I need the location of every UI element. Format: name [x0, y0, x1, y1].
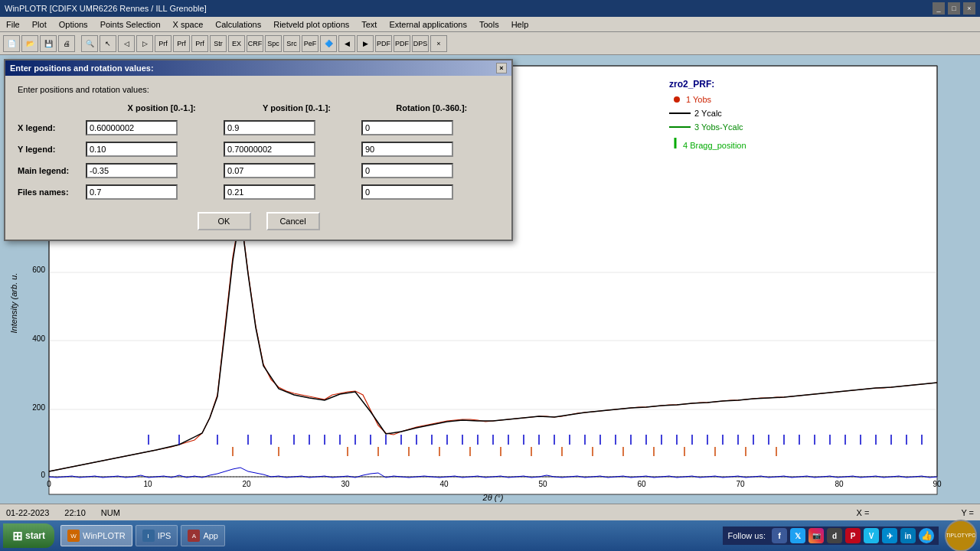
- inputs-y-legend: [86, 142, 499, 157]
- input-main-legend-x[interactable]: [86, 163, 178, 178]
- svg-text:3  Yobs-Ycalc: 3 Yobs-Ycalc: [694, 122, 743, 132]
- pinterest-icon[interactable]: P: [845, 528, 861, 543]
- toolbar-b6[interactable]: CRF: [247, 35, 263, 52]
- input-files-names-x[interactable]: [86, 184, 178, 200]
- field-y-legend-y: [224, 142, 361, 157]
- input-x-legend-rot[interactable]: [361, 120, 453, 135]
- toolbar-b13[interactable]: PDF: [375, 35, 392, 52]
- menu-plot[interactable]: Plot: [26, 17, 53, 31]
- toolbar-cursor[interactable]: ↖: [100, 35, 116, 52]
- menu-x-space[interactable]: X space: [167, 17, 210, 31]
- toolbar-b1[interactable]: Prf: [155, 35, 172, 52]
- toolbar-b14[interactable]: PDF: [394, 35, 410, 52]
- menu-options[interactable]: Options: [53, 17, 94, 31]
- menu-calculations[interactable]: Calculations: [209, 17, 267, 31]
- svg-text:1  Yobs: 1 Yobs: [686, 95, 712, 104]
- input-files-names-y[interactable]: [224, 184, 315, 200]
- col-header-rot: Rotation [0.-360.]:: [364, 103, 499, 112]
- input-x-legend-x[interactable]: [86, 120, 178, 135]
- instagram-icon[interactable]: 📷: [808, 528, 824, 543]
- svg-text:90: 90: [933, 480, 942, 488]
- input-x-legend-y[interactable]: [224, 120, 315, 135]
- input-y-legend-rot[interactable]: [361, 142, 453, 157]
- field-files-names-rot: [361, 184, 499, 200]
- menu-text[interactable]: Text: [355, 17, 383, 31]
- input-main-legend-rot[interactable]: [361, 163, 453, 178]
- menu-external[interactable]: External applications: [383, 17, 473, 31]
- logo-text: TIPLOTYPO: [946, 533, 975, 539]
- toolbar-right[interactable]: ▷: [136, 35, 153, 52]
- taskbar: ⊞ start W WinPLOTR I IPS A App Follow us…: [0, 520, 980, 551]
- toolbar-zoom[interactable]: 🔍: [81, 35, 98, 52]
- close-button[interactable]: ×: [963, 2, 975, 15]
- toolbar-b11[interactable]: ◀: [338, 35, 355, 52]
- toolbar-b7[interactable]: Spc: [265, 35, 282, 52]
- input-y-legend-x[interactable]: [86, 142, 178, 157]
- field-x-legend-x: [86, 120, 224, 135]
- title-bar-title: WinPLOTR [CDIFX UMR6226 Rennes / ILL Gre…: [5, 4, 207, 13]
- toolbar-b8[interactable]: Src: [283, 35, 300, 52]
- follow-us-label: Follow us:: [727, 531, 766, 540]
- status-num: NUM: [101, 508, 120, 517]
- dialog-close-button[interactable]: ×: [496, 63, 507, 73]
- toolbar-b10[interactable]: 🔷: [320, 35, 337, 52]
- toolbar-left[interactable]: ◁: [118, 35, 135, 52]
- menu-tools[interactable]: Tools: [473, 17, 505, 31]
- toolbar-b4[interactable]: Str: [210, 35, 227, 52]
- svg-text:0: 0: [47, 480, 51, 488]
- logo: TIPLOTYPO: [945, 520, 977, 551]
- menu-file[interactable]: File: [0, 17, 26, 31]
- cancel-button[interactable]: Cancel: [266, 212, 320, 230]
- input-y-legend-y[interactable]: [224, 142, 315, 157]
- menu-help[interactable]: Help: [505, 17, 535, 31]
- status-bar: 01-22-2023 22:10 NUM X = Y =: [0, 504, 980, 520]
- inputs-x-legend: [86, 120, 499, 135]
- field-main-legend-x: [86, 163, 224, 178]
- menu-points-selection[interactable]: Points Selection: [94, 17, 167, 31]
- taskbar-app3[interactable]: A App: [181, 525, 225, 546]
- telegram-icon[interactable]: ✈: [882, 528, 897, 543]
- col-header-x: X position [0.-1.]:: [94, 103, 229, 112]
- svg-text:2θ (°): 2θ (°): [482, 493, 504, 502]
- toolbar-close2[interactable]: ×: [430, 35, 447, 52]
- toolbar-new[interactable]: 📄: [3, 35, 20, 52]
- dribbble-icon[interactable]: d: [827, 528, 842, 543]
- inputs-files-names: [86, 184, 499, 200]
- start-label: start: [25, 530, 45, 541]
- ok-button[interactable]: OK: [198, 212, 251, 230]
- toolbar-b2[interactable]: Prf: [173, 35, 190, 52]
- toolbar-print[interactable]: 🖨: [58, 35, 75, 52]
- menu-rietveld[interactable]: Rietveld plot options: [267, 17, 355, 31]
- dialog-column-headers: X position [0.-1.]: Y position [0.-1.]: …: [18, 103, 499, 112]
- taskbar-ips[interactable]: I IPS: [136, 525, 178, 546]
- toolbar-b12[interactable]: ▶: [357, 35, 374, 52]
- follow-us-section: Follow us: f 𝕏 📷 d P V ✈ in 👍: [723, 527, 939, 545]
- toolbar-b5[interactable]: EX: [228, 35, 245, 52]
- toolbar-open[interactable]: 📂: [21, 35, 38, 52]
- ips-label: IPS: [158, 531, 172, 540]
- svg-text:60: 60: [637, 480, 646, 488]
- minimize-button[interactable]: _: [933, 2, 945, 15]
- winplotr-label: WinPLOTR: [83, 531, 126, 540]
- field-main-legend-y: [224, 163, 361, 178]
- input-main-legend-y[interactable]: [224, 163, 315, 178]
- maximize-button[interactable]: □: [948, 2, 960, 15]
- title-bar: WinPLOTR [CDIFX UMR6226 Rennes / ILL Gre…: [0, 0, 980, 17]
- twitter-icon[interactable]: 𝕏: [790, 528, 805, 543]
- start-button[interactable]: ⊞ start: [3, 523, 54, 548]
- row-y-legend: Y legend:: [18, 142, 499, 157]
- taskbar-winplotr[interactable]: W WinPLOTR: [60, 525, 132, 546]
- input-files-names-rot[interactable]: [361, 184, 453, 200]
- toolbar-b15[interactable]: DPS: [412, 35, 429, 52]
- thumbs-up-icon[interactable]: 👍: [919, 528, 934, 543]
- linkedin-icon[interactable]: in: [900, 528, 916, 543]
- toolbar-b9[interactable]: PeF: [302, 35, 318, 52]
- svg-text:20: 20: [242, 480, 251, 488]
- svg-text:4  Bragg_position: 4 Bragg_position: [683, 141, 746, 150]
- dialog-title: Enter positions and rotation values:: [10, 64, 154, 73]
- vimeo-icon[interactable]: V: [864, 528, 879, 543]
- field-x-legend-y: [224, 120, 361, 135]
- toolbar-b3[interactable]: Prf: [191, 35, 208, 52]
- toolbar-save[interactable]: 💾: [40, 35, 57, 52]
- facebook-icon[interactable]: f: [772, 528, 787, 543]
